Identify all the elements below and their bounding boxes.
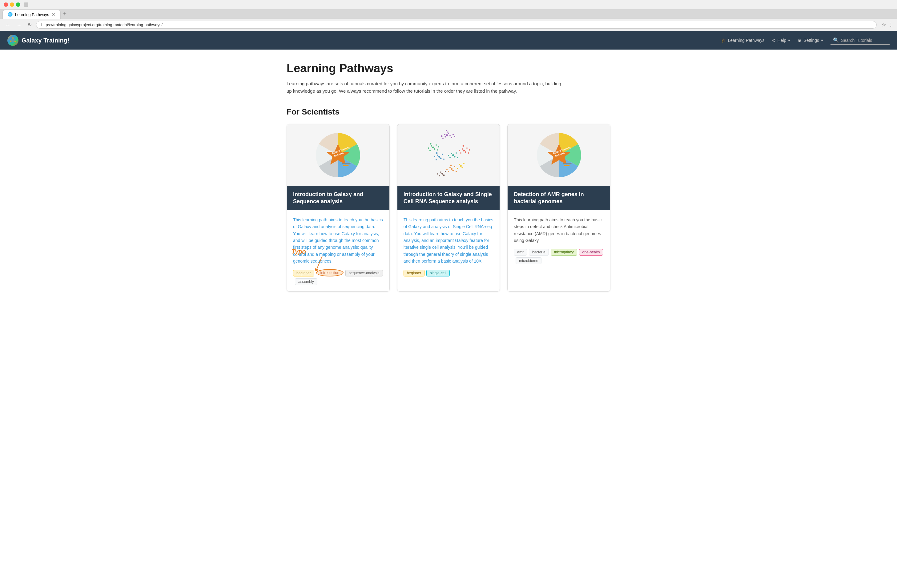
tab-bar: 🌐 Learning Pathways ✕ + bbox=[0, 9, 897, 19]
refresh-button[interactable]: ↻ bbox=[26, 21, 34, 29]
search-icon: 🔍 bbox=[833, 37, 839, 43]
nav-help[interactable]: ⊙ Help ▾ bbox=[772, 38, 790, 43]
svg-point-67 bbox=[457, 168, 458, 169]
main-content: Learning Pathways Learning pathways are … bbox=[279, 49, 618, 304]
tab-close-button[interactable]: ✕ bbox=[52, 12, 55, 17]
svg-point-14 bbox=[444, 134, 445, 135]
tag-single-cell[interactable]: single-cell bbox=[426, 270, 449, 276]
tag-beginner-2[interactable]: beginner bbox=[404, 270, 425, 276]
back-button[interactable]: ← bbox=[4, 21, 12, 29]
card-header-1: Introduction to Galaxy and Sequence anal… bbox=[287, 186, 389, 210]
svg-point-18 bbox=[453, 134, 454, 135]
browser-chrome: 🌐 Learning Pathways ✕ + ← → ↻ ☆ ⋮ bbox=[0, 0, 897, 31]
app-navbar: Galaxy Training! 🎓 Learning Pathways ⊙ H… bbox=[0, 31, 897, 49]
card-tags-3: amr bacteria microgalaxy one-health micr… bbox=[514, 249, 604, 264]
svg-point-51 bbox=[460, 152, 461, 154]
svg-point-10 bbox=[446, 134, 448, 136]
svg-point-12 bbox=[444, 136, 446, 138]
card-header-3: Detection of AMR genes in bacterial geno… bbox=[508, 186, 610, 210]
svg-point-72 bbox=[439, 175, 440, 176]
forward-button[interactable]: → bbox=[15, 21, 23, 29]
svg-point-33 bbox=[440, 158, 441, 159]
card-title-3: Detection of AMR genes in bacterial geno… bbox=[514, 191, 584, 204]
tag-one-health[interactable]: one-health bbox=[579, 249, 603, 256]
address-input[interactable] bbox=[36, 21, 877, 29]
svg-point-44 bbox=[446, 169, 448, 170]
page-title: Learning Pathways bbox=[286, 62, 611, 75]
dot-minimize[interactable] bbox=[10, 3, 14, 7]
svg-point-45 bbox=[456, 171, 457, 172]
svg-line-8 bbox=[316, 256, 322, 271]
card-amr[interactable]: Galaxy Training Network Detection of AMR… bbox=[507, 124, 611, 291]
svg-point-19 bbox=[446, 130, 447, 131]
tag-assembly[interactable]: assembly bbox=[295, 278, 317, 285]
svg-point-49 bbox=[462, 149, 463, 150]
dot-maximize[interactable] bbox=[16, 3, 20, 7]
settings-dropdown-icon: ▾ bbox=[821, 38, 823, 43]
svg-point-32 bbox=[437, 155, 438, 156]
svg-point-25 bbox=[429, 150, 431, 151]
card-image-3: Galaxy Training Network bbox=[508, 124, 610, 186]
svg-point-57 bbox=[452, 154, 454, 156]
svg-point-11 bbox=[448, 133, 449, 134]
svg-point-28 bbox=[437, 149, 438, 150]
svg-point-29 bbox=[430, 143, 431, 145]
nav-settings[interactable]: ⚙ Settings ▾ bbox=[798, 38, 823, 43]
section-title: For Scientists bbox=[286, 107, 611, 117]
svg-point-68 bbox=[463, 163, 464, 164]
search-box[interactable]: 🔍 bbox=[831, 36, 889, 44]
svg-rect-6 bbox=[342, 163, 351, 164]
new-tab-button[interactable]: + bbox=[61, 9, 69, 19]
svg-point-56 bbox=[469, 149, 470, 150]
brand-logo bbox=[8, 35, 18, 46]
window-minimize[interactable] bbox=[24, 3, 28, 7]
svg-point-34 bbox=[436, 159, 437, 161]
card-body-3: This learning path aims to teach you the… bbox=[508, 210, 610, 271]
browser-dots bbox=[4, 3, 20, 7]
svg-point-53 bbox=[459, 150, 460, 151]
svg-point-31 bbox=[438, 156, 440, 158]
svg-point-37 bbox=[443, 159, 444, 160]
cards-grid: Galaxy Training Network Introduction to … bbox=[286, 124, 611, 291]
svg-point-43 bbox=[454, 166, 455, 167]
svg-point-13 bbox=[449, 135, 451, 136]
nav-settings-label: Settings bbox=[804, 38, 819, 43]
tag-microgalaxy[interactable]: microgalaxy bbox=[551, 249, 577, 256]
nav-learning-pathways-label: Learning Pathways bbox=[728, 38, 765, 43]
svg-point-22 bbox=[432, 147, 434, 149]
svg-point-64 bbox=[460, 165, 462, 167]
card-desc-1: This learning path aims to teach you the… bbox=[293, 216, 383, 265]
active-tab[interactable]: 🌐 Learning Pathways ✕ bbox=[3, 10, 61, 19]
card-body-1: This learning path aims to teach you the… bbox=[287, 210, 389, 291]
svg-point-48 bbox=[463, 150, 465, 152]
svg-point-17 bbox=[442, 138, 444, 139]
tag-amr[interactable]: amr bbox=[514, 249, 527, 256]
search-input[interactable] bbox=[841, 38, 887, 43]
svg-point-15 bbox=[447, 132, 448, 133]
dot-close[interactable] bbox=[4, 3, 8, 7]
svg-point-46 bbox=[450, 165, 452, 166]
card-galaxy-sequence[interactable]: Galaxy Training Network Introduction to … bbox=[286, 124, 390, 291]
tab-title: Learning Pathways bbox=[15, 12, 49, 17]
nav-help-label: Help bbox=[778, 38, 787, 43]
tag-microbiome[interactable]: microbiome bbox=[516, 257, 542, 264]
tag-bacteria[interactable]: bacteria bbox=[529, 249, 549, 256]
svg-point-39 bbox=[451, 168, 453, 170]
brand[interactable]: Galaxy Training! bbox=[8, 35, 70, 46]
bookmark-button[interactable]: ☆ bbox=[882, 22, 886, 28]
menu-button[interactable]: ⋮ bbox=[888, 22, 893, 28]
card-header-2: Introduction to Galaxy and Single Cell R… bbox=[397, 186, 500, 210]
svg-point-74 bbox=[437, 173, 438, 175]
tag-sequence-analysis[interactable]: sequence-analysis bbox=[345, 270, 383, 276]
gear-icon: ⚙ bbox=[798, 38, 802, 43]
svg-point-69 bbox=[441, 173, 443, 175]
gtn-logo-1: Galaxy Training Network bbox=[310, 127, 366, 183]
svg-point-60 bbox=[449, 157, 451, 158]
svg-point-63 bbox=[457, 157, 458, 158]
svg-point-58 bbox=[451, 153, 452, 154]
typo-arrow-svg bbox=[310, 256, 335, 271]
card-single-cell[interactable]: Introduction to Galaxy and Single Cell R… bbox=[397, 124, 500, 291]
svg-point-16 bbox=[451, 137, 452, 138]
nav-learning-pathways[interactable]: 🎓 Learning Pathways bbox=[721, 38, 765, 43]
card-body-2: This learning path aims to teach you the… bbox=[397, 210, 500, 283]
